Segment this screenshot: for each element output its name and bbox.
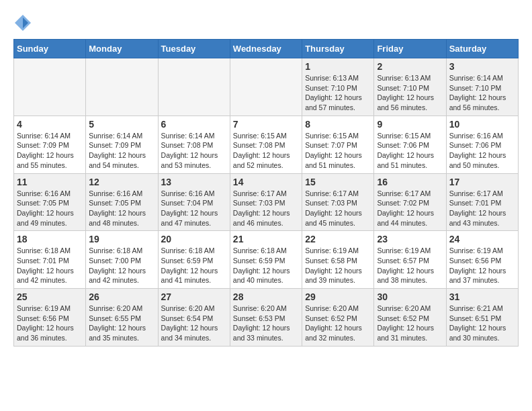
day-number: 21 (233, 234, 299, 244)
calendar-day-cell: 14Sunrise: 6:17 AM Sunset: 7:03 PM Dayli… (230, 173, 302, 231)
day-number: 23 (377, 234, 443, 244)
calendar-week-row: 25Sunrise: 6:19 AM Sunset: 6:56 PM Dayli… (14, 289, 519, 347)
calendar-day-cell: 8Sunrise: 6:15 AM Sunset: 7:07 PM Daylig… (302, 116, 374, 173)
day-number: 3 (449, 61, 515, 72)
day-number: 6 (161, 119, 227, 130)
day-number: 19 (89, 234, 154, 244)
calendar-day-cell: 20Sunrise: 6:18 AM Sunset: 6:59 PM Dayli… (158, 231, 230, 289)
day-info: Sunrise: 6:18 AM Sunset: 6:59 PM Dayligh… (233, 246, 299, 285)
day-number: 2 (377, 61, 443, 72)
day-info: Sunrise: 6:19 AM Sunset: 6:57 PM Dayligh… (377, 246, 443, 285)
day-info: Sunrise: 6:16 AM Sunset: 7:05 PM Dayligh… (17, 189, 83, 228)
calendar-day-cell: 6Sunrise: 6:14 AM Sunset: 7:08 PM Daylig… (158, 116, 230, 173)
day-number: 31 (449, 291, 515, 302)
day-number: 1 (305, 61, 371, 72)
day-number: 27 (161, 291, 227, 302)
day-info: Sunrise: 6:20 AM Sunset: 6:55 PM Dayligh… (89, 304, 154, 343)
calendar-day-cell: 24Sunrise: 6:19 AM Sunset: 6:56 PM Dayli… (446, 231, 518, 289)
day-number: 8 (305, 119, 371, 130)
calendar-day-cell: 11Sunrise: 6:16 AM Sunset: 7:05 PM Dayli… (14, 173, 86, 231)
calendar-day-cell: 16Sunrise: 6:17 AM Sunset: 7:02 PM Dayli… (374, 173, 446, 231)
day-number: 20 (161, 234, 227, 244)
day-info: Sunrise: 6:14 AM Sunset: 7:09 PM Dayligh… (89, 131, 154, 171)
day-number: 29 (305, 291, 371, 302)
day-number: 10 (449, 119, 515, 130)
calendar-body: 1Sunrise: 6:13 AM Sunset: 7:10 PM Daylig… (14, 58, 519, 347)
calendar-day-cell: 10Sunrise: 6:16 AM Sunset: 7:06 PM Dayli… (446, 116, 518, 173)
day-number: 14 (233, 177, 299, 187)
day-info: Sunrise: 6:21 AM Sunset: 6:51 PM Dayligh… (449, 304, 515, 343)
day-number: 16 (377, 177, 443, 187)
weekday-header-cell: Tuesday (158, 40, 230, 58)
calendar-week-row: 1Sunrise: 6:13 AM Sunset: 7:10 PM Daylig… (14, 58, 519, 116)
day-info: Sunrise: 6:16 AM Sunset: 7:04 PM Dayligh… (161, 189, 227, 228)
day-number: 22 (305, 234, 371, 244)
day-info: Sunrise: 6:20 AM Sunset: 6:54 PM Dayligh… (161, 304, 227, 343)
page-header (13, 13, 519, 32)
calendar-day-cell: 27Sunrise: 6:20 AM Sunset: 6:54 PM Dayli… (158, 289, 230, 347)
day-info: Sunrise: 6:16 AM Sunset: 7:06 PM Dayligh… (449, 131, 515, 171)
day-number: 28 (233, 291, 299, 302)
day-number: 26 (89, 291, 154, 302)
calendar-week-row: 11Sunrise: 6:16 AM Sunset: 7:05 PM Dayli… (14, 173, 519, 231)
day-number: 24 (449, 234, 515, 244)
weekday-header-row: SundayMondayTuesdayWednesdayThursdayFrid… (14, 40, 519, 58)
day-number: 12 (89, 177, 154, 187)
logo-icon (13, 13, 32, 32)
weekday-header-cell: Monday (86, 40, 158, 58)
calendar-day-cell: 17Sunrise: 6:17 AM Sunset: 7:01 PM Dayli… (446, 173, 518, 231)
day-info: Sunrise: 6:20 AM Sunset: 6:52 PM Dayligh… (305, 304, 371, 343)
calendar-day-cell: 9Sunrise: 6:15 AM Sunset: 7:06 PM Daylig… (374, 116, 446, 173)
calendar-day-cell: 21Sunrise: 6:18 AM Sunset: 6:59 PM Dayli… (230, 231, 302, 289)
calendar-day-cell: 28Sunrise: 6:20 AM Sunset: 6:53 PM Dayli… (230, 289, 302, 347)
day-number: 13 (161, 177, 227, 187)
calendar-day-cell (158, 58, 230, 116)
calendar-day-cell: 19Sunrise: 6:18 AM Sunset: 7:00 PM Dayli… (86, 231, 158, 289)
weekday-header-cell: Thursday (302, 40, 374, 58)
calendar-day-cell (230, 58, 302, 116)
calendar-day-cell (14, 58, 86, 116)
calendar-day-cell: 3Sunrise: 6:14 AM Sunset: 7:10 PM Daylig… (446, 58, 518, 116)
calendar-day-cell: 29Sunrise: 6:20 AM Sunset: 6:52 PM Dayli… (302, 289, 374, 347)
calendar-day-cell: 5Sunrise: 6:14 AM Sunset: 7:09 PM Daylig… (86, 116, 158, 173)
calendar-day-cell: 4Sunrise: 6:14 AM Sunset: 7:09 PM Daylig… (14, 116, 86, 173)
logo (13, 13, 34, 32)
weekday-header-cell: Saturday (446, 40, 518, 58)
day-info: Sunrise: 6:13 AM Sunset: 7:10 PM Dayligh… (377, 73, 443, 113)
calendar-day-cell: 12Sunrise: 6:16 AM Sunset: 7:05 PM Dayli… (86, 173, 158, 231)
calendar-day-cell: 1Sunrise: 6:13 AM Sunset: 7:10 PM Daylig… (302, 58, 374, 116)
calendar-day-cell: 30Sunrise: 6:20 AM Sunset: 6:52 PM Dayli… (374, 289, 446, 347)
day-number: 11 (17, 177, 83, 187)
day-info: Sunrise: 6:17 AM Sunset: 7:03 PM Dayligh… (233, 189, 299, 228)
day-info: Sunrise: 6:14 AM Sunset: 7:10 PM Dayligh… (449, 73, 515, 113)
calendar-day-cell (86, 58, 158, 116)
day-number: 30 (377, 291, 443, 302)
calendar-day-cell: 18Sunrise: 6:18 AM Sunset: 7:01 PM Dayli… (14, 231, 86, 289)
day-info: Sunrise: 6:19 AM Sunset: 6:56 PM Dayligh… (17, 304, 83, 343)
calendar-week-row: 18Sunrise: 6:18 AM Sunset: 7:01 PM Dayli… (14, 231, 519, 289)
day-number: 4 (17, 119, 83, 130)
day-info: Sunrise: 6:15 AM Sunset: 7:06 PM Dayligh… (377, 131, 443, 171)
day-info: Sunrise: 6:20 AM Sunset: 6:53 PM Dayligh… (233, 304, 299, 343)
calendar-day-cell: 2Sunrise: 6:13 AM Sunset: 7:10 PM Daylig… (374, 58, 446, 116)
day-number: 18 (17, 234, 83, 244)
day-info: Sunrise: 6:18 AM Sunset: 7:01 PM Dayligh… (17, 246, 83, 285)
day-number: 17 (449, 177, 515, 187)
weekday-header-cell: Wednesday (230, 40, 302, 58)
calendar-day-cell: 7Sunrise: 6:15 AM Sunset: 7:08 PM Daylig… (230, 116, 302, 173)
calendar-day-cell: 22Sunrise: 6:19 AM Sunset: 6:58 PM Dayli… (302, 231, 374, 289)
day-info: Sunrise: 6:18 AM Sunset: 7:00 PM Dayligh… (89, 246, 154, 285)
weekday-header-cell: Sunday (14, 40, 86, 58)
day-info: Sunrise: 6:15 AM Sunset: 7:08 PM Dayligh… (233, 131, 299, 171)
day-info: Sunrise: 6:17 AM Sunset: 7:02 PM Dayligh… (377, 189, 443, 228)
day-number: 9 (377, 119, 443, 130)
day-info: Sunrise: 6:19 AM Sunset: 6:56 PM Dayligh… (449, 246, 515, 285)
day-info: Sunrise: 6:14 AM Sunset: 7:08 PM Dayligh… (161, 131, 227, 171)
calendar-table: SundayMondayTuesdayWednesdayThursdayFrid… (13, 39, 519, 347)
day-info: Sunrise: 6:18 AM Sunset: 6:59 PM Dayligh… (161, 246, 227, 285)
day-info: Sunrise: 6:13 AM Sunset: 7:10 PM Dayligh… (305, 73, 371, 113)
day-number: 25 (17, 291, 83, 302)
calendar-day-cell: 23Sunrise: 6:19 AM Sunset: 6:57 PM Dayli… (374, 231, 446, 289)
day-info: Sunrise: 6:17 AM Sunset: 7:01 PM Dayligh… (449, 189, 515, 228)
day-info: Sunrise: 6:14 AM Sunset: 7:09 PM Dayligh… (17, 131, 83, 171)
